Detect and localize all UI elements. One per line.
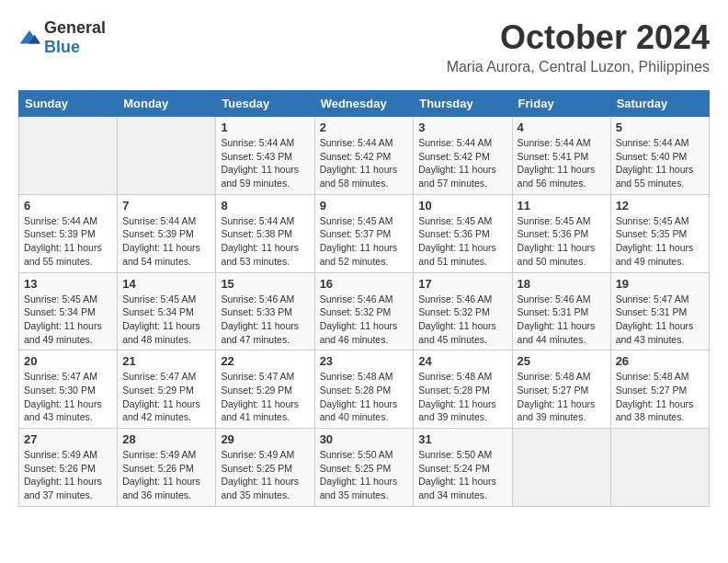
day-number: 30 bbox=[320, 432, 409, 446]
calendar-cell: 31Sunrise: 5:50 AMSunset: 5:24 PMDayligh… bbox=[414, 429, 512, 507]
day-number: 1 bbox=[221, 121, 309, 134]
calendar-cell: 28Sunrise: 5:49 AMSunset: 5:26 PMDayligh… bbox=[118, 429, 216, 507]
calendar-cell: 6Sunrise: 5:44 AMSunset: 5:39 PMDaylight… bbox=[19, 194, 118, 272]
day-info: Sunrise: 5:45 AMSunset: 5:36 PMDaylight:… bbox=[418, 214, 506, 269]
day-number: 24 bbox=[418, 354, 506, 368]
calendar-cell: 18Sunrise: 5:46 AMSunset: 5:31 PMDayligh… bbox=[512, 272, 610, 350]
day-number: 4 bbox=[518, 121, 606, 134]
day-info: Sunrise: 5:46 AMSunset: 5:32 PMDaylight:… bbox=[418, 293, 506, 347]
day-number: 13 bbox=[24, 277, 112, 291]
calendar-week-1: 1Sunrise: 5:44 AMSunset: 5:43 PMDaylight… bbox=[19, 117, 710, 195]
day-number: 6 bbox=[24, 199, 112, 213]
day-number: 5 bbox=[616, 121, 704, 134]
day-info: Sunrise: 5:48 AMSunset: 5:27 PMDaylight:… bbox=[518, 370, 606, 424]
day-info: Sunrise: 5:44 AMSunset: 5:40 PMDaylight:… bbox=[616, 136, 704, 190]
day-info: Sunrise: 5:44 AMSunset: 5:39 PMDaylight:… bbox=[122, 214, 210, 269]
calendar-cell: 15Sunrise: 5:46 AMSunset: 5:33 PMDayligh… bbox=[216, 272, 314, 350]
day-info: Sunrise: 5:44 AMSunset: 5:39 PMDaylight:… bbox=[24, 214, 112, 269]
day-number: 3 bbox=[418, 121, 506, 134]
day-info: Sunrise: 5:48 AMSunset: 5:28 PMDaylight:… bbox=[320, 370, 409, 424]
weekday-header-sunday: Sunday bbox=[19, 91, 118, 117]
day-info: Sunrise: 5:47 AMSunset: 5:30 PMDaylight:… bbox=[24, 370, 112, 424]
day-info: Sunrise: 5:44 AMSunset: 5:43 PMDaylight:… bbox=[221, 136, 309, 190]
day-number: 11 bbox=[518, 199, 606, 213]
calendar-cell: 12Sunrise: 5:45 AMSunset: 5:35 PMDayligh… bbox=[610, 194, 709, 272]
day-info: Sunrise: 5:50 AMSunset: 5:25 PMDaylight:… bbox=[320, 448, 409, 502]
calendar-cell: 2Sunrise: 5:44 AMSunset: 5:42 PMDaylight… bbox=[314, 117, 414, 195]
day-number: 17 bbox=[418, 277, 506, 291]
calendar-cell: 20Sunrise: 5:47 AMSunset: 5:30 PMDayligh… bbox=[19, 350, 118, 429]
logo-blue: Blue bbox=[44, 38, 80, 56]
location-title: Maria Aurora, Central Luzon, Philippines bbox=[447, 59, 710, 75]
day-info: Sunrise: 5:44 AMSunset: 5:41 PMDaylight:… bbox=[518, 136, 606, 190]
calendar-table: SundayMondayTuesdayWednesdayThursdayFrid… bbox=[18, 90, 710, 507]
day-number: 26 bbox=[616, 354, 704, 368]
day-number: 2 bbox=[320, 121, 409, 134]
title-block: October 2024 Maria Aurora, Central Luzon… bbox=[447, 18, 710, 75]
logo-icon bbox=[18, 29, 40, 47]
day-number: 14 bbox=[122, 277, 210, 291]
day-number: 10 bbox=[418, 199, 506, 213]
day-number: 20 bbox=[24, 354, 112, 368]
calendar-cell: 30Sunrise: 5:50 AMSunset: 5:25 PMDayligh… bbox=[314, 429, 414, 507]
day-info: Sunrise: 5:45 AMSunset: 5:37 PMDaylight:… bbox=[320, 214, 409, 269]
day-info: Sunrise: 5:45 AMSunset: 5:35 PMDaylight:… bbox=[616, 214, 704, 269]
day-info: Sunrise: 5:46 AMSunset: 5:31 PMDaylight:… bbox=[518, 293, 606, 347]
day-number: 16 bbox=[320, 277, 409, 291]
day-number: 28 bbox=[122, 432, 210, 446]
day-number: 22 bbox=[221, 354, 309, 368]
day-info: Sunrise: 5:46 AMSunset: 5:32 PMDaylight:… bbox=[320, 293, 409, 347]
day-info: Sunrise: 5:45 AMSunset: 5:34 PMDaylight:… bbox=[122, 293, 210, 347]
day-info: Sunrise: 5:48 AMSunset: 5:27 PMDaylight:… bbox=[616, 370, 704, 424]
day-number: 7 bbox=[122, 199, 210, 213]
calendar-cell: 19Sunrise: 5:47 AMSunset: 5:31 PMDayligh… bbox=[610, 272, 709, 350]
calendar-week-3: 13Sunrise: 5:45 AMSunset: 5:34 PMDayligh… bbox=[19, 272, 710, 350]
month-title: October 2024 bbox=[447, 18, 710, 57]
weekday-header-row: SundayMondayTuesdayWednesdayThursdayFrid… bbox=[19, 91, 710, 117]
day-number: 15 bbox=[221, 277, 309, 291]
calendar-week-5: 27Sunrise: 5:49 AMSunset: 5:26 PMDayligh… bbox=[19, 429, 710, 507]
calendar-cell bbox=[610, 429, 709, 507]
day-number: 31 bbox=[418, 432, 506, 446]
calendar-cell: 26Sunrise: 5:48 AMSunset: 5:27 PMDayligh… bbox=[610, 350, 709, 429]
day-info: Sunrise: 5:44 AMSunset: 5:42 PMDaylight:… bbox=[320, 136, 409, 190]
calendar-cell: 11Sunrise: 5:45 AMSunset: 5:36 PMDayligh… bbox=[512, 194, 610, 272]
calendar-cell: 24Sunrise: 5:48 AMSunset: 5:28 PMDayligh… bbox=[414, 350, 512, 429]
day-info: Sunrise: 5:45 AMSunset: 5:36 PMDaylight:… bbox=[518, 214, 606, 269]
day-info: Sunrise: 5:49 AMSunset: 5:26 PMDaylight:… bbox=[122, 448, 210, 502]
calendar-cell: 13Sunrise: 5:45 AMSunset: 5:34 PMDayligh… bbox=[19, 272, 118, 350]
day-info: Sunrise: 5:45 AMSunset: 5:34 PMDaylight:… bbox=[24, 293, 112, 347]
calendar-cell: 4Sunrise: 5:44 AMSunset: 5:41 PMDaylight… bbox=[512, 117, 610, 195]
calendar-cell: 16Sunrise: 5:46 AMSunset: 5:32 PMDayligh… bbox=[314, 272, 414, 350]
day-number: 21 bbox=[122, 354, 210, 368]
day-number: 29 bbox=[221, 432, 309, 446]
calendar-cell: 8Sunrise: 5:44 AMSunset: 5:38 PMDaylight… bbox=[216, 194, 314, 272]
calendar-cell: 1Sunrise: 5:44 AMSunset: 5:43 PMDaylight… bbox=[216, 117, 314, 195]
calendar-cell: 3Sunrise: 5:44 AMSunset: 5:42 PMDaylight… bbox=[414, 117, 512, 195]
day-number: 12 bbox=[616, 199, 704, 213]
calendar-cell: 17Sunrise: 5:46 AMSunset: 5:32 PMDayligh… bbox=[414, 272, 512, 350]
day-info: Sunrise: 5:47 AMSunset: 5:29 PMDaylight:… bbox=[122, 370, 210, 424]
logo-general: General bbox=[44, 18, 106, 37]
day-info: Sunrise: 5:47 AMSunset: 5:31 PMDaylight:… bbox=[616, 293, 704, 347]
weekday-header-monday: Monday bbox=[118, 91, 216, 117]
calendar-cell: 7Sunrise: 5:44 AMSunset: 5:39 PMDaylight… bbox=[118, 194, 216, 272]
day-info: Sunrise: 5:50 AMSunset: 5:24 PMDaylight:… bbox=[418, 448, 506, 502]
calendar-cell: 22Sunrise: 5:47 AMSunset: 5:29 PMDayligh… bbox=[216, 350, 314, 429]
calendar-week-4: 20Sunrise: 5:47 AMSunset: 5:30 PMDayligh… bbox=[19, 350, 710, 429]
day-number: 23 bbox=[320, 354, 409, 368]
calendar-cell bbox=[19, 117, 118, 195]
day-number: 9 bbox=[320, 199, 409, 213]
day-number: 8 bbox=[221, 199, 309, 213]
weekday-header-thursday: Thursday bbox=[414, 91, 512, 117]
logo: General Blue bbox=[18, 18, 106, 57]
calendar-cell: 29Sunrise: 5:49 AMSunset: 5:25 PMDayligh… bbox=[216, 429, 314, 507]
day-info: Sunrise: 5:48 AMSunset: 5:28 PMDaylight:… bbox=[418, 370, 506, 424]
calendar-cell: 10Sunrise: 5:45 AMSunset: 5:36 PMDayligh… bbox=[414, 194, 512, 272]
weekday-header-wednesday: Wednesday bbox=[314, 91, 414, 117]
calendar-cell bbox=[118, 117, 216, 195]
calendar-cell: 5Sunrise: 5:44 AMSunset: 5:40 PMDaylight… bbox=[610, 117, 709, 195]
day-info: Sunrise: 5:49 AMSunset: 5:26 PMDaylight:… bbox=[24, 448, 112, 502]
calendar-week-2: 6Sunrise: 5:44 AMSunset: 5:39 PMDaylight… bbox=[19, 194, 710, 272]
day-number: 19 bbox=[616, 277, 704, 291]
